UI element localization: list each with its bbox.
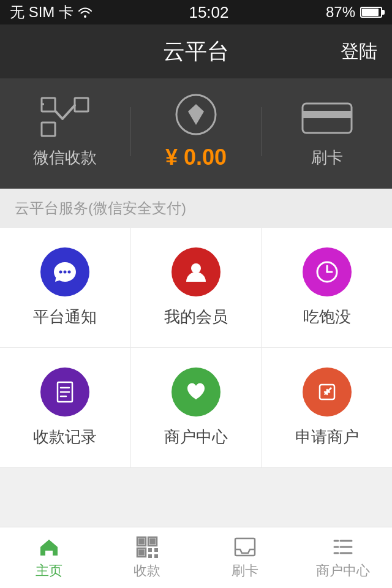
apply-merchant-icon xyxy=(303,368,352,417)
apply-merchant-cell[interactable]: 申请商户 xyxy=(262,348,392,467)
tab-home-label: 主页 xyxy=(36,562,62,580)
status-bar: 无 SIM 卡 15:02 87% xyxy=(0,0,392,24)
nav-bar: 云平台 登陆 xyxy=(0,24,392,78)
svg-rect-27 xyxy=(138,549,145,556)
svg-rect-2 xyxy=(75,98,88,111)
grid-wrapper: 平台通知 我的会员 吃 xyxy=(0,228,392,529)
svg-point-10 xyxy=(68,271,71,274)
wechat-collect-label: 微信收款 xyxy=(33,147,97,168)
payment-record-cell[interactable]: 收款记录 xyxy=(0,348,131,467)
card-icon-box xyxy=(300,96,355,138)
section-header: 云平台服务(微信安全支付) xyxy=(0,189,392,228)
tab-bar: 主页 收款 刷卡 商户中心 xyxy=(0,527,392,588)
heart-icon xyxy=(183,379,209,405)
status-time: 15:02 xyxy=(189,3,228,22)
amount-value: ¥ 0.00 xyxy=(165,145,227,170)
status-left: 无 SIM 卡 xyxy=(10,2,92,22)
grid-row-1: 平台通知 我的会员 吃 xyxy=(0,228,392,348)
eat-no-label: 吃饱没 xyxy=(303,306,351,328)
svg-point-11 xyxy=(191,263,201,273)
platform-notify-icon xyxy=(40,247,89,296)
grid-row-2: 收款记录 商户中心 申 xyxy=(0,348,392,468)
wechat-collect-item[interactable]: 微信收款 xyxy=(0,96,130,168)
my-members-cell[interactable]: 我的会员 xyxy=(131,228,262,347)
amount-item[interactable]: ¥ 0.00 xyxy=(131,93,262,170)
top-panel: 微信收款 ¥ 0.00 刷卡 xyxy=(0,78,392,189)
status-right: 87% xyxy=(326,4,382,21)
qr-icon xyxy=(136,536,158,558)
svg-rect-25 xyxy=(149,538,156,545)
merchant-center-icon xyxy=(172,368,221,417)
service-grid: 平台通知 我的会员 吃 xyxy=(0,228,392,468)
tab-merchant-label: 商户中心 xyxy=(316,562,370,580)
nav-title: 云平台 xyxy=(51,37,341,67)
platform-notify-label: 平台通知 xyxy=(33,306,97,328)
merchant-center-cell[interactable]: 商户中心 xyxy=(131,348,262,467)
chat-icon xyxy=(51,258,78,285)
battery-icon xyxy=(360,7,382,18)
svg-marker-5 xyxy=(188,104,204,125)
section-header-text: 云平台服务(微信安全支付) xyxy=(15,200,186,216)
tab-home[interactable]: 主页 xyxy=(0,527,98,588)
tab-card[interactable]: 刷卡 xyxy=(196,527,294,588)
merchant-center-label: 商户中心 xyxy=(164,426,228,448)
svg-rect-3 xyxy=(42,123,55,136)
home-icon xyxy=(38,536,60,558)
menu-list-icon xyxy=(332,536,354,558)
scan-check-icon xyxy=(40,97,89,137)
tab-card-label: 刷卡 xyxy=(232,562,258,580)
svg-rect-23 xyxy=(138,538,145,545)
payment-record-icon xyxy=(40,368,89,417)
tab-collect-label: 收款 xyxy=(134,562,160,580)
card-swipe-icon xyxy=(300,99,354,135)
svg-point-9 xyxy=(64,271,67,274)
platform-notify-cell[interactable]: 平台通知 xyxy=(0,228,131,347)
card-swipe-item[interactable]: 刷卡 xyxy=(262,96,392,168)
member-icon xyxy=(183,258,209,285)
diamond-icon-box xyxy=(168,93,224,136)
no-sim-text: 无 SIM 卡 xyxy=(10,2,74,22)
svg-rect-29 xyxy=(154,548,158,552)
eat-no-cell[interactable]: 吃饱没 xyxy=(262,228,392,347)
svg-point-8 xyxy=(59,271,62,274)
my-members-icon xyxy=(172,247,221,296)
battery-percent: 87% xyxy=(326,4,355,21)
tab-merchant[interactable]: 商户中心 xyxy=(294,527,392,588)
login-button[interactable]: 登陆 xyxy=(341,39,377,64)
wechat-collect-icon xyxy=(37,96,92,138)
eat-no-icon xyxy=(303,247,352,296)
wifi-icon xyxy=(78,7,92,18)
inbox-icon xyxy=(234,536,256,558)
diamond-circle-icon xyxy=(175,93,217,136)
svg-rect-31 xyxy=(154,554,158,558)
svg-rect-30 xyxy=(148,554,152,558)
edit-icon xyxy=(314,379,341,405)
svg-rect-28 xyxy=(148,548,152,552)
payment-record-label: 收款记录 xyxy=(33,426,97,448)
card-swipe-label: 刷卡 xyxy=(311,147,343,168)
tab-collect[interactable]: 收款 xyxy=(98,527,196,588)
svg-rect-7 xyxy=(303,111,352,118)
list-doc-icon xyxy=(51,379,78,405)
apply-merchant-label: 申请商户 xyxy=(295,426,359,448)
my-members-label: 我的会员 xyxy=(164,306,228,328)
clock-icon xyxy=(314,258,341,285)
